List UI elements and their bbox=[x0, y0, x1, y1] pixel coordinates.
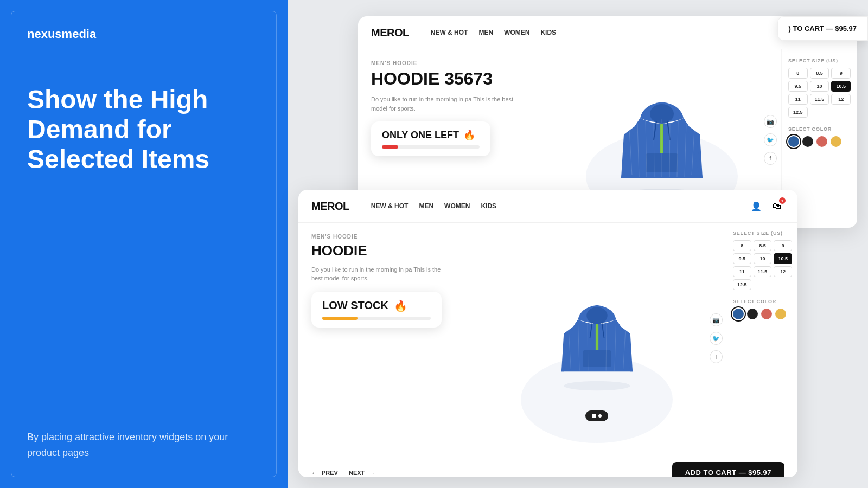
store-nav-bottom: NEW & HOT MEN WOMEN KIDS bbox=[371, 202, 749, 210]
left-panel: nexusmedia Show the High Demand for Sele… bbox=[0, 0, 288, 488]
size-12-5-top[interactable]: 12.5 bbox=[788, 107, 808, 118]
color-red-top[interactable] bbox=[816, 136, 827, 147]
color-label-bottom: SELECT COLOR bbox=[733, 299, 792, 304]
size-9-bottom[interactable]: 9 bbox=[774, 240, 792, 251]
stock-bar-fill-top bbox=[382, 145, 398, 149]
nav-men-bottom[interactable]: MEN bbox=[419, 202, 433, 210]
nav-kids-bottom[interactable]: KIDS bbox=[481, 202, 496, 210]
size-10-bottom[interactable]: 10 bbox=[754, 253, 772, 264]
color-blue-top[interactable] bbox=[788, 136, 799, 147]
nav-new-hot-bottom[interactable]: NEW & HOT bbox=[371, 202, 409, 210]
size-8-top[interactable]: 8 bbox=[788, 68, 808, 79]
size-9-5-bottom[interactable]: 9.5 bbox=[733, 253, 751, 264]
product-desc-bottom: Do you like to run in the morning in pa … bbox=[311, 265, 454, 283]
product-name-bottom: HOODIE bbox=[311, 243, 454, 259]
stock-widget-top: ONLY ONE LEFT 🔥 bbox=[371, 121, 490, 156]
account-icon-bottom[interactable]: 👤 bbox=[749, 198, 764, 214]
cart-badge-bottom: 1 bbox=[779, 197, 786, 204]
size-10-5-bottom[interactable]: 10.5 bbox=[774, 253, 792, 264]
subtext: By placing attractive inventory widgets … bbox=[27, 429, 260, 461]
product-category-bottom: MEN'S HOODIE bbox=[311, 234, 454, 240]
size-12-bottom[interactable]: 12 bbox=[774, 266, 792, 277]
dot-2 bbox=[598, 414, 602, 418]
next-btn[interactable]: NEXT → bbox=[349, 470, 375, 476]
stock-label-top: ONLY ONE LEFT 🔥 bbox=[382, 129, 480, 141]
color-label-top: SELECT COLOR bbox=[788, 126, 851, 132]
size-label-top: SELECT SIZE (US) bbox=[788, 58, 851, 63]
cart-icon-bottom[interactable]: 🛍 1 bbox=[769, 198, 784, 214]
color-grid-bottom bbox=[733, 309, 792, 319]
color-grid-top bbox=[788, 136, 851, 147]
hoodie-image-top bbox=[608, 75, 716, 205]
store-logo-bottom: MEROL bbox=[311, 200, 349, 213]
add-to-cart-float[interactable]: ) TO CART — $95.97 bbox=[777, 16, 868, 41]
next-arrow: → bbox=[369, 470, 375, 476]
brand-name-bold: media bbox=[62, 27, 97, 41]
size-11-5-bottom[interactable]: 11.5 bbox=[754, 266, 772, 277]
brand-logo: nexusmedia bbox=[27, 27, 260, 41]
dot-1 bbox=[592, 414, 596, 418]
add-to-cart-button[interactable]: ADD TO CART — $95.97 bbox=[672, 462, 784, 477]
size-8-bottom[interactable]: 8 bbox=[733, 240, 751, 251]
fire-emoji-top: 🔥 bbox=[463, 129, 475, 141]
color-red-bottom[interactable] bbox=[761, 309, 772, 319]
social-icons-top: 📷 🐦 f bbox=[764, 115, 777, 165]
add-to-cart-float-text: ) TO CART — $95.97 bbox=[789, 24, 857, 33]
options-panel-bottom: SELECT SIZE (US) 8 8.5 9 9.5 10 10.5 11 … bbox=[727, 223, 797, 454]
brand-name-light: nexus bbox=[27, 27, 62, 41]
size-grid-top: 8 8.5 9 9.5 10 10.5 11 11.5 12 12.5 bbox=[788, 68, 851, 118]
hoodie-image-bottom bbox=[550, 281, 644, 395]
nav-new-hot-top[interactable]: NEW & HOT bbox=[431, 29, 468, 36]
nav-kids-top[interactable]: KIDS bbox=[540, 29, 556, 36]
size-9-5-top[interactable]: 9.5 bbox=[788, 81, 808, 92]
color-blue-bottom[interactable] bbox=[733, 309, 744, 319]
size-12-5-bottom[interactable]: 12.5 bbox=[733, 279, 751, 290]
dot-nav bbox=[585, 410, 608, 421]
prev-btn[interactable]: ← PREV bbox=[311, 470, 338, 476]
product-category-top: MEN'S HOODIE bbox=[371, 60, 529, 66]
nav-women-top[interactable]: WOMEN bbox=[504, 29, 529, 36]
color-yellow-top[interactable] bbox=[831, 136, 841, 147]
instagram-icon-top[interactable]: 📷 bbox=[764, 115, 777, 128]
svg-point-15 bbox=[564, 381, 630, 391]
store-logo-top: MEROL bbox=[371, 27, 409, 39]
fire-emoji-bottom: 🔥 bbox=[394, 299, 407, 312]
product-info-bottom: MEN'S HOODIE HOODIE Do you like to run i… bbox=[298, 223, 467, 454]
store-icons-bottom: 👤 🛍 1 bbox=[749, 198, 784, 214]
size-11-bottom[interactable]: 11 bbox=[733, 266, 751, 277]
stock-widget-bottom: LOW STOCK 🔥 bbox=[311, 292, 442, 328]
stock-bar-fill-bottom bbox=[322, 317, 358, 320]
twitter-icon-bottom[interactable]: 🐦 bbox=[710, 332, 723, 345]
facebook-icon-top[interactable]: f bbox=[764, 152, 777, 165]
facebook-icon-bottom[interactable]: f bbox=[710, 350, 723, 363]
next-label: NEXT bbox=[349, 470, 365, 476]
product-desc-top: Do you like to run in the morning in pa … bbox=[371, 95, 529, 113]
social-icons-bottom: 📷 🐦 f bbox=[710, 313, 723, 363]
size-10-5-top[interactable]: 10.5 bbox=[831, 81, 851, 92]
nav-men-top[interactable]: MEN bbox=[478, 29, 493, 36]
product-image-area-bottom: 📷 🐦 f bbox=[467, 223, 727, 454]
card-bottom: MEROL NEW & HOT MEN WOMEN KIDS 👤 🛍 1 MEN… bbox=[298, 190, 797, 477]
size-9-top[interactable]: 9 bbox=[831, 68, 851, 79]
size-10-top[interactable]: 10 bbox=[810, 81, 829, 92]
product-name-top: HOODIE 35673 bbox=[371, 69, 529, 88]
instagram-icon-bottom[interactable]: 📷 bbox=[710, 313, 723, 326]
size-grid-bottom: 8 8.5 9 9.5 10 10.5 11 11.5 12 12.5 bbox=[733, 240, 792, 290]
twitter-icon-top[interactable]: 🐦 bbox=[764, 133, 777, 146]
stock-label-bottom: LOW STOCK 🔥 bbox=[322, 299, 431, 312]
size-12-top[interactable]: 12 bbox=[831, 94, 851, 105]
nav-women-bottom[interactable]: WOMEN bbox=[444, 202, 470, 210]
stock-bar-bg-top bbox=[382, 145, 480, 149]
size-8-5-bottom[interactable]: 8.5 bbox=[754, 240, 772, 251]
size-8-5-top[interactable]: 8.5 bbox=[810, 68, 829, 79]
product-layout-bottom: MEN'S HOODIE HOODIE Do you like to run i… bbox=[298, 223, 797, 454]
nav-btns: ← PREV NEXT → bbox=[311, 470, 375, 476]
color-yellow-bottom[interactable] bbox=[775, 309, 786, 319]
headline: Show the High Demand for Selected Items bbox=[27, 85, 260, 408]
color-black-top[interactable] bbox=[802, 136, 813, 147]
size-11-top[interactable]: 11 bbox=[788, 94, 808, 105]
color-black-bottom[interactable] bbox=[747, 309, 758, 319]
store-header-bottom: MEROL NEW & HOT MEN WOMEN KIDS 👤 🛍 1 bbox=[298, 190, 797, 223]
size-11-5-top[interactable]: 11.5 bbox=[810, 94, 829, 105]
right-area: MEROL NEW & HOT MEN WOMEN KIDS 👤 🛍 1 MEN… bbox=[288, 0, 868, 488]
